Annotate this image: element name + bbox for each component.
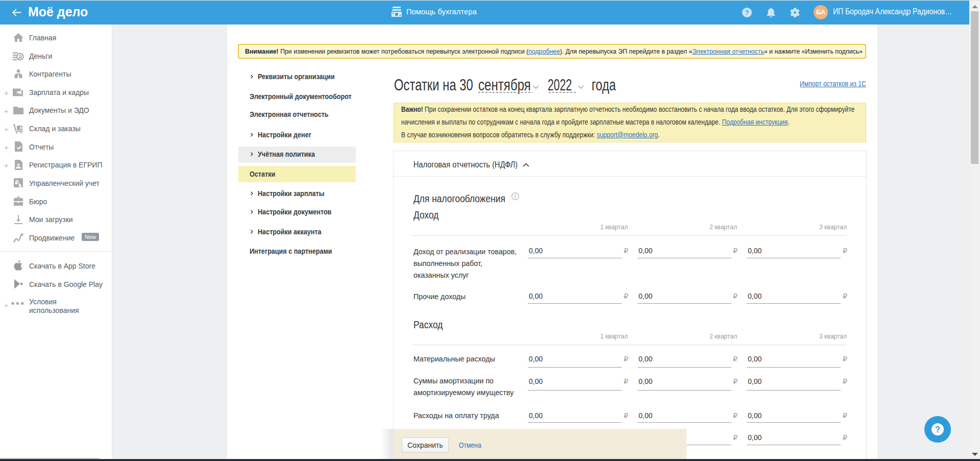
svg-text:?: ?: [745, 9, 749, 16]
svg-text:₽: ₽: [15, 179, 19, 185]
svg-text:₽: ₽: [19, 54, 22, 60]
svg-text:?: ?: [935, 425, 940, 434]
